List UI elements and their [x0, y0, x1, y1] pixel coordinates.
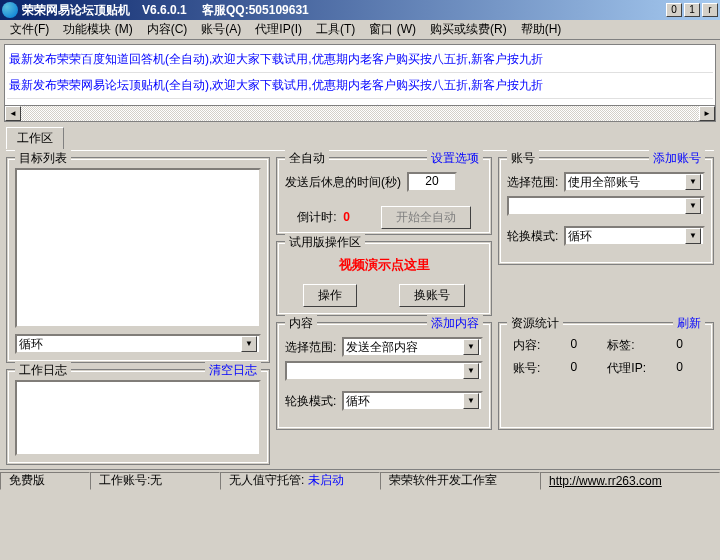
scroll-left-icon[interactable]: ◄	[5, 106, 21, 121]
account-range-select[interactable]: 使用全部账号 ▼	[564, 172, 705, 192]
chevron-down-icon[interactable]: ▼	[685, 198, 701, 214]
refresh-link[interactable]: 刷新	[673, 315, 705, 332]
account-extra-select[interactable]: ▼	[507, 196, 705, 216]
start-auto-button[interactable]: 开始全自动	[381, 206, 471, 229]
content-mode-select[interactable]: 循环 ▼	[342, 391, 483, 411]
account-title: 账号	[507, 150, 539, 167]
status-unattended: 无人值守托管: 未启动	[220, 472, 380, 490]
content-title: 内容	[285, 315, 317, 332]
tab-workspace[interactable]: 工作区	[6, 127, 64, 149]
stats-proxy-label: 代理IP:	[607, 360, 662, 377]
minimize-button[interactable]: 0	[666, 3, 682, 17]
trial-group: 试用版操作区 视频演示点这里 操作 换账号	[276, 241, 492, 316]
stats-title: 资源统计	[507, 315, 563, 332]
account-mode-select[interactable]: 循环 ▼	[564, 226, 705, 246]
chevron-down-icon[interactable]: ▼	[463, 393, 479, 409]
status-version: 免费版	[0, 472, 90, 490]
menu-content[interactable]: 内容(C)	[141, 19, 194, 40]
content-range-select[interactable]: 发送全部内容 ▼	[342, 337, 483, 357]
rest-input[interactable]: 20	[407, 172, 457, 192]
status-work-account: 工作账号:无	[90, 472, 220, 490]
target-mode-select[interactable]: 循环 ▼	[15, 334, 261, 354]
countdown-label: 倒计时:	[297, 210, 336, 224]
status-studio: 荣荣软件开发工作室	[380, 472, 540, 490]
menu-account[interactable]: 账号(A)	[195, 19, 247, 40]
window-title: 荣荣网易论坛顶贴机 V6.6.0.1 客服QQ:505109631	[22, 2, 666, 19]
close-button[interactable]: r	[702, 3, 718, 17]
status-bar: 免费版 工作账号:无 无人值守托管: 未启动 荣荣软件开发工作室 http://…	[0, 469, 720, 491]
menu-file[interactable]: 文件(F)	[4, 19, 55, 40]
rest-label: 发送后休息的时间(秒)	[285, 174, 401, 191]
chevron-down-icon[interactable]: ▼	[685, 174, 701, 190]
announcement-panel: 最新发布荣荣百度知道回答机(全自动),欢迎大家下载试用,优惠期内老客户购买按八五…	[4, 44, 716, 122]
account-range-label: 选择范围:	[507, 174, 558, 191]
add-content-link[interactable]: 添加内容	[427, 315, 483, 332]
stats-tag-value: 0	[676, 337, 699, 354]
content-mode-label: 轮换模式:	[285, 393, 336, 410]
switch-account-button[interactable]: 换账号	[399, 284, 465, 307]
target-mode-value: 循环	[19, 336, 43, 353]
clear-log-link[interactable]: 清空日志	[205, 362, 261, 379]
operate-button[interactable]: 操作	[303, 284, 357, 307]
content-group: 内容 添加内容 选择范围: 发送全部内容 ▼ ▼ 轮换模式: 循环 ▼	[276, 322, 492, 430]
stats-proxy-value: 0	[676, 360, 699, 377]
menu-help[interactable]: 帮助(H)	[515, 19, 568, 40]
title-bar: 荣荣网易论坛顶贴机 V6.6.0.1 客服QQ:505109631 0 1 r	[0, 0, 720, 20]
unattended-state-link[interactable]: 未启动	[308, 472, 344, 489]
target-list-title: 目标列表	[15, 150, 71, 167]
maximize-button[interactable]: 1	[684, 3, 700, 17]
announcement-link[interactable]: 最新发布荣荣百度知道回答机(全自动),欢迎大家下载试用,优惠期内老客户购买按八五…	[7, 47, 713, 73]
content-extra-select[interactable]: ▼	[285, 361, 483, 381]
announcement-link[interactable]: 最新发布荣荣网易论坛顶贴机(全自动),欢迎大家下载试用,优惠期内老客户购买按八五…	[7, 73, 713, 99]
scroll-right-icon[interactable]: ►	[699, 106, 715, 121]
full-auto-group: 全自动 设置选项 发送后休息的时间(秒) 20 倒计时: 0 开始全自动	[276, 157, 492, 235]
app-icon	[2, 2, 18, 18]
scroll-track[interactable]	[21, 106, 699, 121]
target-list[interactable]	[15, 168, 261, 328]
menu-module[interactable]: 功能模块 (M)	[57, 19, 138, 40]
chevron-down-icon[interactable]: ▼	[463, 363, 479, 379]
target-list-group: 目标列表 循环 ▼	[6, 157, 270, 363]
stats-tag-label: 标签:	[607, 337, 662, 354]
settings-link[interactable]: 设置选项	[427, 150, 483, 167]
full-auto-title: 全自动	[285, 150, 329, 167]
menu-purchase[interactable]: 购买或续费(R)	[424, 19, 513, 40]
menu-bar: 文件(F) 功能模块 (M) 内容(C) 账号(A) 代理IP(I) 工具(T)…	[0, 20, 720, 40]
status-url-link[interactable]: http://www.rr263.com	[540, 472, 720, 490]
account-group: 账号 添加账号 选择范围: 使用全部账号 ▼ ▼ 轮换模式: 循环 ▼	[498, 157, 714, 265]
stats-content-label: 内容:	[513, 337, 556, 354]
menu-window[interactable]: 窗口 (W)	[363, 19, 422, 40]
work-log-title: 工作日志	[15, 362, 71, 379]
countdown-value: 0	[343, 210, 350, 224]
stats-account-value: 0	[570, 360, 593, 377]
work-log-text[interactable]	[15, 380, 261, 456]
stats-account-label: 账号:	[513, 360, 556, 377]
stats-content-value: 0	[570, 337, 593, 354]
chevron-down-icon[interactable]: ▼	[241, 336, 257, 352]
menu-proxy[interactable]: 代理IP(I)	[249, 19, 308, 40]
add-account-link[interactable]: 添加账号	[649, 150, 705, 167]
horizontal-scrollbar[interactable]: ◄ ►	[5, 105, 715, 121]
menu-tools[interactable]: 工具(T)	[310, 19, 361, 40]
stats-group: 资源统计 刷新 内容: 0 标签: 0 账号: 0 代理IP: 0	[498, 322, 714, 430]
video-demo-link[interactable]: 视频演示点这里	[339, 257, 430, 272]
chevron-down-icon[interactable]: ▼	[463, 339, 479, 355]
work-log-group: 工作日志 清空日志	[6, 369, 270, 465]
account-mode-label: 轮换模式:	[507, 228, 558, 245]
trial-title: 试用版操作区	[285, 234, 365, 251]
content-range-label: 选择范围:	[285, 339, 336, 356]
chevron-down-icon[interactable]: ▼	[685, 228, 701, 244]
